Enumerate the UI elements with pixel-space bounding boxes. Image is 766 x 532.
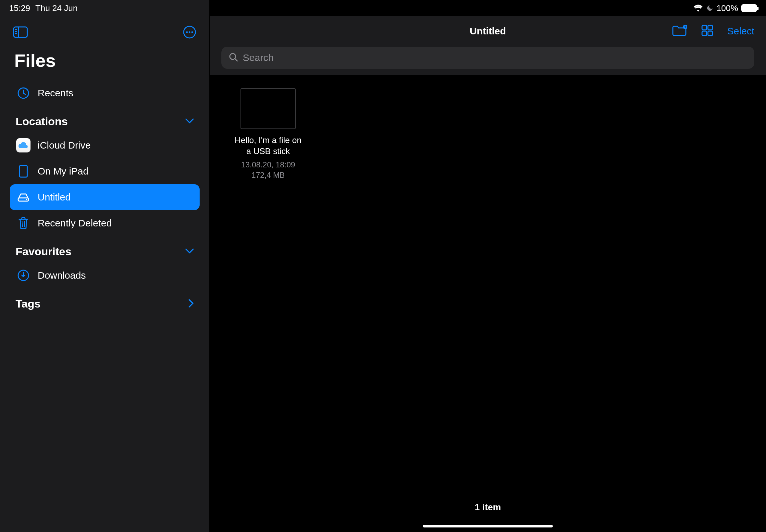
divider bbox=[16, 315, 194, 315]
chevron-right-icon bbox=[188, 299, 194, 309]
svg-point-6 bbox=[186, 31, 188, 33]
search-input[interactable] bbox=[243, 52, 747, 63]
file-size: 172,4 MB bbox=[241, 170, 295, 180]
svg-line-22 bbox=[235, 59, 237, 61]
sidebar-item-downloads[interactable]: Downloads bbox=[10, 262, 200, 288]
wifi-icon bbox=[693, 5, 703, 12]
svg-rect-18 bbox=[708, 25, 712, 30]
search-icon bbox=[228, 52, 238, 63]
sidebar: Files Recents Locations iCloud Drive bbox=[0, 0, 210, 532]
clock-icon bbox=[16, 86, 30, 100]
sidebar-item-label: Untitled bbox=[38, 192, 71, 203]
file-thumbnail bbox=[240, 88, 296, 129]
chevron-down-icon bbox=[185, 248, 194, 255]
sidebar-item-label: On My iPad bbox=[38, 166, 89, 177]
select-button[interactable]: Select bbox=[727, 26, 754, 37]
file-date: 13.08.20, 18:09 bbox=[241, 160, 295, 170]
icloud-icon bbox=[16, 138, 30, 152]
main-area: Untitled Select bbox=[210, 0, 766, 532]
section-title: Locations bbox=[16, 115, 68, 128]
chevron-down-icon bbox=[185, 118, 194, 125]
status-bar: 15:29 Thu 24 Jun 100% bbox=[0, 0, 766, 16]
status-time: 15:29 bbox=[9, 3, 30, 13]
view-mode-button[interactable] bbox=[701, 24, 714, 38]
download-icon bbox=[16, 268, 30, 283]
sidebar-item-recents[interactable]: Recents bbox=[10, 80, 200, 106]
file-meta: 13.08.20, 18:09 172,4 MB bbox=[241, 160, 295, 181]
more-button[interactable] bbox=[183, 25, 196, 40]
svg-line-13 bbox=[22, 221, 22, 227]
do-not-disturb-icon bbox=[706, 5, 713, 12]
trash-icon bbox=[16, 216, 30, 230]
page-title: Untitled bbox=[470, 26, 506, 37]
sidebar-item-recently-deleted[interactable]: Recently Deleted bbox=[10, 210, 200, 236]
sidebar-item-untitled[interactable]: Untitled bbox=[10, 184, 200, 210]
svg-line-14 bbox=[24, 221, 25, 227]
sidebar-item-onmyipad[interactable]: On My iPad bbox=[10, 158, 200, 184]
sidebar-item-label: Downloads bbox=[38, 270, 86, 281]
toolbar: Untitled Select bbox=[221, 20, 754, 42]
svg-point-12 bbox=[26, 199, 27, 200]
status-date: Thu 24 Jun bbox=[35, 3, 78, 13]
section-title: Tags bbox=[16, 297, 41, 310]
drive-icon bbox=[16, 190, 30, 204]
search-bar[interactable] bbox=[221, 47, 754, 69]
svg-rect-19 bbox=[702, 31, 707, 36]
svg-rect-17 bbox=[702, 25, 707, 30]
sidebar-item-label: iCloud Drive bbox=[38, 140, 91, 151]
section-title: Favourites bbox=[16, 245, 71, 258]
sidebar-item-label: Recently Deleted bbox=[38, 218, 112, 229]
svg-rect-0 bbox=[14, 27, 27, 37]
new-folder-button[interactable] bbox=[672, 24, 687, 38]
sidebar-item-label: Recents bbox=[38, 88, 73, 99]
tags-header[interactable]: Tags bbox=[10, 288, 200, 315]
svg-point-7 bbox=[189, 31, 190, 33]
battery-percentage: 100% bbox=[717, 3, 738, 13]
svg-rect-20 bbox=[708, 31, 712, 36]
file-item[interactable]: Hello, I'm a file on a USB stick 13.08.2… bbox=[232, 88, 304, 180]
item-count: 1 item bbox=[210, 502, 766, 513]
file-grid: Hello, I'm a file on a USB stick 13.08.2… bbox=[210, 75, 766, 532]
svg-point-8 bbox=[191, 31, 193, 33]
app-title: Files bbox=[0, 43, 209, 80]
svg-rect-10 bbox=[19, 165, 27, 177]
home-indicator[interactable] bbox=[423, 525, 553, 527]
locations-header[interactable]: Locations bbox=[10, 106, 200, 132]
battery-icon bbox=[741, 4, 757, 12]
sidebar-item-icloud[interactable]: iCloud Drive bbox=[10, 132, 200, 158]
toggle-sidebar-button[interactable] bbox=[13, 26, 28, 39]
ipad-icon bbox=[16, 164, 30, 178]
favourites-header[interactable]: Favourites bbox=[10, 236, 200, 262]
file-name: Hello, I'm a file on a USB stick bbox=[232, 135, 304, 157]
